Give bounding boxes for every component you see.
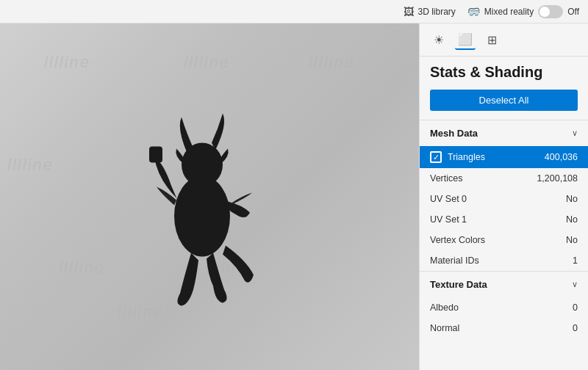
- triangles-value: 400,036: [545, 152, 578, 162]
- viewport[interactable]: lllline lllline lllline lllline lllline …: [0, 23, 419, 370]
- vertices-row-left: Vertices: [430, 173, 462, 184]
- uvset0-value: No: [566, 194, 578, 204]
- deselect-all-button[interactable]: Deselect All: [430, 90, 578, 111]
- texture-data-section: Texture Data ∨ Albedo 0 Normal 0: [420, 271, 588, 338]
- mixed-reality-icon: 🥽: [467, 6, 480, 18]
- mesh-data-header[interactable]: Mesh Data ∨: [420, 120, 588, 146]
- mesh-data-title: Mesh Data: [430, 128, 478, 139]
- toggle-state: Off: [567, 7, 579, 17]
- tab-grid[interactable]: ⊞: [481, 29, 502, 50]
- texture-chevron-icon: ∨: [572, 280, 578, 289]
- mesh-chevron-icon: ∨: [572, 128, 578, 138]
- texture-data-title: Texture Data: [430, 279, 487, 290]
- tab-lighting[interactable]: ☀: [429, 29, 449, 50]
- triangles-checkbox[interactable]: ✓: [430, 151, 442, 163]
- vertices-label: Vertices: [430, 173, 462, 184]
- uvset1-value: No: [566, 214, 578, 225]
- uvset0-label: UV Set 0: [430, 194, 467, 204]
- panel-header: Stats & Shading: [420, 57, 588, 87]
- watermark-5: lllline: [59, 258, 105, 278]
- albedo-row: Albedo 0: [420, 297, 588, 318]
- normal-label: Normal: [430, 323, 459, 333]
- albedo-label: Albedo: [430, 302, 459, 313]
- right-panel: ☀ ⬜ ⊞ Stats & Shading Deselect All Mesh …: [419, 23, 588, 370]
- triangles-row-left: ✓ Triangles: [430, 151, 485, 163]
- vertex-colors-value: No: [566, 235, 578, 245]
- uvset1-label: UV Set 1: [430, 214, 467, 225]
- vertices-value: 1,200,108: [537, 173, 578, 184]
- library-button[interactable]: 🖼 3D library: [404, 6, 455, 18]
- uvset0-row: UV Set 0 No: [420, 189, 588, 209]
- mesh-data-section: Mesh Data ∨ ✓ Triangles 400,036 Vertices…: [420, 120, 588, 271]
- mixed-reality-toggle[interactable]: 🥽 Mixed reality Off: [467, 5, 579, 18]
- triangles-row[interactable]: ✓ Triangles 400,036: [420, 146, 588, 168]
- panel-title: Stats & Shading: [430, 64, 578, 81]
- material-ids-label: Material IDs: [430, 255, 479, 266]
- library-label: 3D library: [417, 7, 455, 17]
- triangles-label: Triangles: [448, 152, 485, 162]
- panel-tabs: ☀ ⬜ ⊞: [420, 23, 588, 57]
- vertices-row: Vertices 1,200,108: [420, 168, 588, 189]
- albedo-value: 0: [573, 302, 578, 313]
- watermark-1: lllline: [44, 53, 90, 72]
- material-ids-row: Material IDs 1: [420, 250, 588, 271]
- watermark-3: lllline: [309, 53, 355, 72]
- vertex-colors-row: Vertex Colors No: [420, 230, 588, 250]
- toggle-switch[interactable]: [538, 5, 563, 18]
- library-icon: 🖼: [404, 6, 414, 18]
- svg-rect-2: [149, 146, 162, 162]
- topbar: 🖼 3D library 🥽 Mixed reality Off: [0, 0, 588, 23]
- uvset1-row: UV Set 1 No: [420, 209, 588, 230]
- main-area: lllline lllline lllline lllline lllline …: [0, 23, 588, 370]
- vertex-colors-label: Vertex Colors: [430, 235, 485, 245]
- normal-value: 0: [573, 323, 578, 333]
- tab-material[interactable]: ⬜: [455, 29, 476, 50]
- material-ids-value: 1: [573, 255, 578, 266]
- svg-point-0: [174, 175, 230, 256]
- watermark-2: lllline: [184, 53, 230, 72]
- model-figure: [129, 84, 276, 319]
- texture-data-header[interactable]: Texture Data ∨: [420, 272, 588, 297]
- mixed-reality-label: Mixed reality: [484, 7, 534, 17]
- watermark-4: lllline: [7, 156, 54, 175]
- normal-row: Normal 0: [420, 318, 588, 338]
